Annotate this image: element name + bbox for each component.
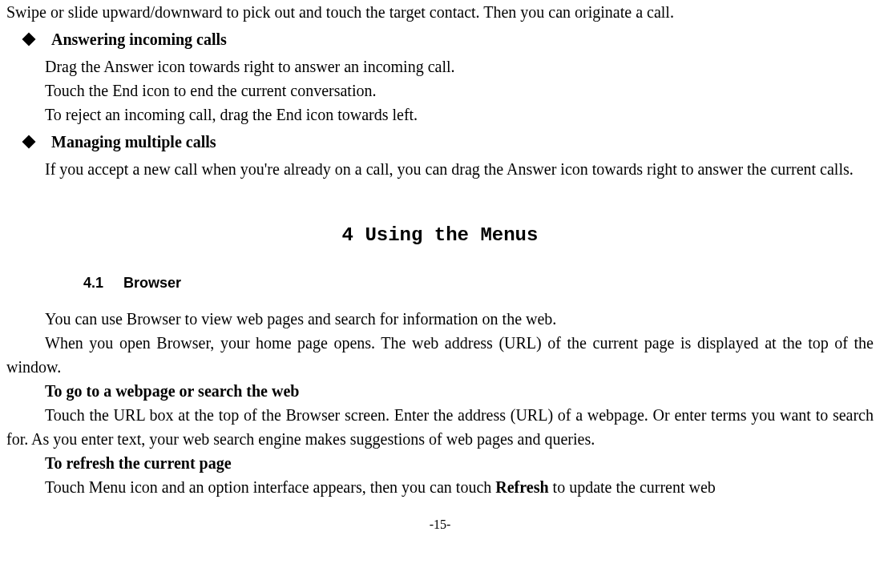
browser-p1: You can use Browser to view web pages an… <box>6 307 874 331</box>
subsection-browser: 4.1 Browser <box>83 272 874 294</box>
bullet-multiple: Managing multiple calls <box>6 130 874 154</box>
goto-body: Touch the URL box at the top of the Brow… <box>6 403 874 451</box>
bullet-answering: Answering incoming calls <box>6 27 874 51</box>
refresh-title: To refresh the current page <box>6 451 874 475</box>
browser-p2: When you open Browser, your home page op… <box>6 331 874 379</box>
goto-title: To go to a webpage or search the web <box>6 379 874 403</box>
refresh-body: Touch Menu icon and an option interface … <box>6 475 874 499</box>
subsection-number: 4.1 <box>83 272 103 294</box>
answering-line-1: Drag the Answer icon towards right to an… <box>6 54 874 79</box>
diamond-icon <box>22 135 36 149</box>
refresh-word: Refresh <box>495 478 548 496</box>
diamond-icon <box>22 33 36 46</box>
refresh-suffix: to update the current web <box>549 478 716 496</box>
subsection-title: Browser <box>123 275 181 291</box>
answering-title: Answering incoming calls <box>51 27 227 51</box>
multiple-title: Managing multiple calls <box>51 130 216 154</box>
answering-line-2: Touch the End icon to end the current co… <box>6 79 874 103</box>
intro-line: Swipe or slide upward/downward to pick o… <box>6 0 874 24</box>
multiple-body: If you accept a new call when you're alr… <box>6 157 874 181</box>
answering-line-3: To reject an incoming call, drag the End… <box>6 103 874 127</box>
refresh-prefix: Touch Menu icon and an option interface … <box>45 478 495 496</box>
section-heading: 4 Using the Menus <box>6 221 874 250</box>
page-number: -15- <box>6 515 874 534</box>
